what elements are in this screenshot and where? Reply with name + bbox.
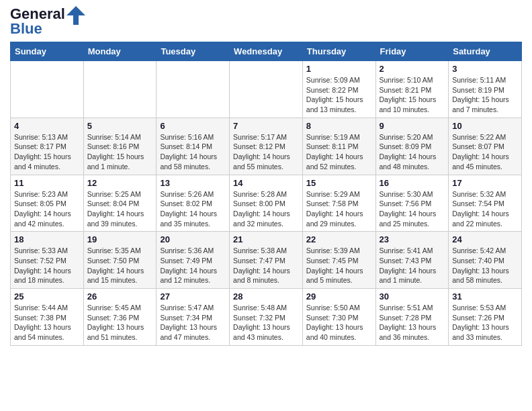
day-number: 25 [14,291,80,302]
day-number: 27 [160,291,226,302]
calendar-cell: 8Sunrise: 5:19 AM Sunset: 8:11 PM Daylig… [302,118,375,175]
calendar-cell [83,61,157,118]
calendar-week-row: 4Sunrise: 5:13 AM Sunset: 8:17 PM Daylig… [11,118,522,175]
day-info: Sunrise: 5:30 AM Sunset: 7:56 PM Dayligh… [380,189,445,229]
day-number: 3 [452,64,518,74]
calendar-cell: 11Sunrise: 5:23 AM Sunset: 8:05 PM Dayli… [11,175,84,232]
day-number: 10 [452,121,518,131]
day-info: Sunrise: 5:13 AM Sunset: 8:17 PM Dayligh… [14,132,80,172]
calendar-cell: 16Sunrise: 5:30 AM Sunset: 7:56 PM Dayli… [375,175,449,232]
day-info: Sunrise: 5:28 AM Sunset: 8:00 PM Dayligh… [233,189,299,229]
calendar-cell: 30Sunrise: 5:51 AM Sunset: 7:28 PM Dayli… [375,289,449,346]
calendar-cell [157,61,230,118]
day-info: Sunrise: 5:25 AM Sunset: 8:04 PM Dayligh… [87,189,153,229]
day-info: Sunrise: 5:50 AM Sunset: 7:30 PM Dayligh… [306,303,372,342]
calendar-cell: 29Sunrise: 5:50 AM Sunset: 7:30 PM Dayli… [302,289,375,346]
day-info: Sunrise: 5:36 AM Sunset: 7:49 PM Dayligh… [160,246,226,285]
day-info: Sunrise: 5:33 AM Sunset: 7:52 PM Dayligh… [14,246,80,285]
calendar-cell: 20Sunrise: 5:36 AM Sunset: 7:49 PM Dayli… [157,232,230,289]
day-info: Sunrise: 5:38 AM Sunset: 7:47 PM Dayligh… [233,246,299,285]
weekday-header-friday: Friday [375,42,449,61]
day-number: 16 [380,178,445,188]
day-info: Sunrise: 5:26 AM Sunset: 8:02 PM Dayligh… [160,189,226,229]
calendar-cell: 9Sunrise: 5:20 AM Sunset: 8:09 PM Daylig… [375,118,449,175]
day-info: Sunrise: 5:10 AM Sunset: 8:21 PM Dayligh… [380,75,445,115]
calendar-cell: 4Sunrise: 5:13 AM Sunset: 8:17 PM Daylig… [11,118,84,175]
calendar-cell: 17Sunrise: 5:32 AM Sunset: 7:54 PM Dayli… [449,175,522,232]
calendar-week-row: 18Sunrise: 5:33 AM Sunset: 7:52 PM Dayli… [11,232,522,289]
day-info: Sunrise: 5:47 AM Sunset: 7:34 PM Dayligh… [160,303,226,342]
day-number: 18 [14,234,80,244]
calendar-cell: 5Sunrise: 5:14 AM Sunset: 8:16 PM Daylig… [83,118,157,175]
calendar-cell: 14Sunrise: 5:28 AM Sunset: 8:00 PM Dayli… [230,175,303,232]
day-number: 26 [87,291,153,302]
calendar-cell: 26Sunrise: 5:45 AM Sunset: 7:36 PM Dayli… [83,289,157,346]
day-number: 6 [160,121,226,131]
header: General Blue [10,7,522,36]
day-info: Sunrise: 5:41 AM Sunset: 7:43 PM Dayligh… [380,246,445,285]
day-number: 22 [306,234,372,244]
day-number: 8 [306,121,372,131]
day-info: Sunrise: 5:22 AM Sunset: 8:07 PM Dayligh… [452,132,518,172]
weekday-header-saturday: Saturday [449,42,522,61]
day-info: Sunrise: 5:35 AM Sunset: 7:50 PM Dayligh… [87,246,153,285]
day-info: Sunrise: 5:11 AM Sunset: 8:19 PM Dayligh… [452,75,518,115]
calendar-week-row: 1Sunrise: 5:09 AM Sunset: 8:22 PM Daylig… [11,61,522,118]
day-number: 21 [233,234,299,244]
calendar-cell: 6Sunrise: 5:16 AM Sunset: 8:14 PM Daylig… [157,118,230,175]
calendar-cell: 19Sunrise: 5:35 AM Sunset: 7:50 PM Dayli… [83,232,157,289]
day-info: Sunrise: 5:39 AM Sunset: 7:45 PM Dayligh… [306,246,372,285]
calendar-cell: 18Sunrise: 5:33 AM Sunset: 7:52 PM Dayli… [11,232,84,289]
calendar-cell: 10Sunrise: 5:22 AM Sunset: 8:07 PM Dayli… [449,118,522,175]
day-info: Sunrise: 5:51 AM Sunset: 7:28 PM Dayligh… [380,303,445,342]
weekday-header-wednesday: Wednesday [230,42,303,61]
day-info: Sunrise: 5:20 AM Sunset: 8:09 PM Dayligh… [380,132,445,172]
day-number: 5 [87,121,153,131]
day-number: 31 [452,291,518,302]
logo-text: General Blue [10,7,65,36]
day-info: Sunrise: 5:48 AM Sunset: 7:32 PM Dayligh… [233,303,299,342]
weekday-header-row: SundayMondayTuesdayWednesdayThursdayFrid… [11,42,522,61]
calendar-cell: 28Sunrise: 5:48 AM Sunset: 7:32 PM Dayli… [230,289,303,346]
day-number: 15 [306,178,372,188]
day-number: 9 [380,121,445,131]
day-number: 11 [14,178,80,188]
day-number: 14 [233,178,299,188]
day-number: 2 [380,64,445,74]
calendar-cell: 12Sunrise: 5:25 AM Sunset: 8:04 PM Dayli… [83,175,157,232]
calendar-week-row: 25Sunrise: 5:44 AM Sunset: 7:38 PM Dayli… [11,289,522,346]
day-info: Sunrise: 5:17 AM Sunset: 8:12 PM Dayligh… [233,132,299,172]
day-number: 20 [160,234,226,244]
day-number: 30 [380,291,445,302]
day-info: Sunrise: 5:14 AM Sunset: 8:16 PM Dayligh… [87,132,153,172]
day-info: Sunrise: 5:16 AM Sunset: 8:14 PM Dayligh… [160,132,226,172]
calendar-cell: 13Sunrise: 5:26 AM Sunset: 8:02 PM Dayli… [157,175,230,232]
weekday-header-sunday: Sunday [11,42,84,61]
day-info: Sunrise: 5:44 AM Sunset: 7:38 PM Dayligh… [14,303,80,342]
day-info: Sunrise: 5:09 AM Sunset: 8:22 PM Dayligh… [306,75,372,115]
calendar-cell: 23Sunrise: 5:41 AM Sunset: 7:43 PM Dayli… [375,232,449,289]
day-number: 12 [87,178,153,188]
day-info: Sunrise: 5:32 AM Sunset: 7:54 PM Dayligh… [452,189,518,229]
day-info: Sunrise: 5:42 AM Sunset: 7:40 PM Dayligh… [452,246,518,285]
svg-marker-0 [66,6,85,25]
day-number: 23 [380,234,445,244]
calendar-cell: 22Sunrise: 5:39 AM Sunset: 7:45 PM Dayli… [302,232,375,289]
weekday-header-tuesday: Tuesday [157,42,230,61]
calendar-cell: 24Sunrise: 5:42 AM Sunset: 7:40 PM Dayli… [449,232,522,289]
day-info: Sunrise: 5:29 AM Sunset: 7:58 PM Dayligh… [306,189,372,229]
calendar-cell: 1Sunrise: 5:09 AM Sunset: 8:22 PM Daylig… [302,61,375,118]
calendar-cell: 2Sunrise: 5:10 AM Sunset: 8:21 PM Daylig… [375,61,449,118]
day-number: 29 [306,291,372,302]
day-number: 1 [306,64,372,74]
day-info: Sunrise: 5:19 AM Sunset: 8:11 PM Dayligh… [306,132,372,172]
day-number: 24 [452,234,518,244]
day-number: 13 [160,178,226,188]
logo: General Blue [10,7,85,36]
day-number: 7 [233,121,299,131]
day-number: 28 [233,291,299,302]
calendar-cell [230,61,303,118]
calendar-cell: 21Sunrise: 5:38 AM Sunset: 7:47 PM Dayli… [230,232,303,289]
day-number: 4 [14,121,80,131]
calendar-cell [11,61,84,118]
